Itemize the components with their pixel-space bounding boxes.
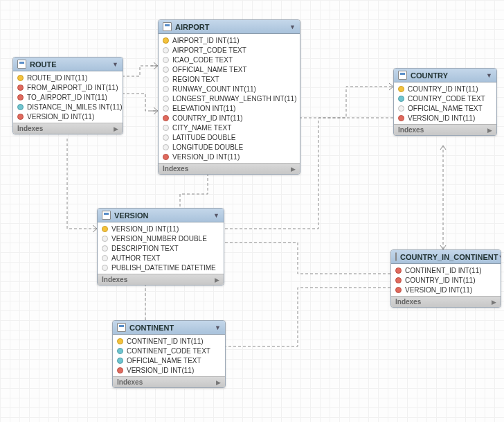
column[interactable]: PUBLISH_DATETIME DATETIME xyxy=(98,263,224,272)
column-icon xyxy=(163,67,169,73)
table-icon xyxy=(163,22,172,31)
table-country[interactable]: COUNTRY▼COUNTRY_ID INT(11)COUNTRY_CODE T… xyxy=(393,68,497,136)
column-label: RUNWAY_COUNT INT(11) xyxy=(172,85,256,93)
column[interactable]: OFFICIAL_NAME TEXT xyxy=(113,355,225,365)
column-label: COUNTRY_ID INT(11) xyxy=(408,85,478,93)
expand-icon[interactable]: ▶ xyxy=(487,127,492,134)
column-icon xyxy=(163,57,169,63)
column[interactable]: VERSION_ID INT(11) xyxy=(98,224,224,234)
table-columns: CONTINENT_ID INT(11)COUNTRY_ID INT(11)VE… xyxy=(391,264,501,296)
column[interactable]: ELEVATION INT(11) xyxy=(159,103,300,113)
column[interactable]: VERSION_ID INT(11) xyxy=(113,365,225,375)
column-icon xyxy=(395,277,402,283)
column[interactable]: VERSION_ID INT(11) xyxy=(159,152,300,161)
collapse-icon[interactable]: ▼ xyxy=(498,254,501,261)
column-label: LONGEST_RUNWAY_LENGTH INT(11) xyxy=(172,95,296,103)
column-label: PUBLISH_DATETIME DATETIME xyxy=(111,264,216,272)
collapse-icon[interactable]: ▼ xyxy=(215,324,221,331)
column[interactable]: VERSION_ID INT(11) xyxy=(394,113,496,123)
column[interactable]: AUTHOR TEXT xyxy=(98,253,224,263)
collapse-icon[interactable]: ▼ xyxy=(289,24,296,30)
column-label: FROM_AIRPORT_ID INT(11) xyxy=(27,84,118,91)
column[interactable]: RUNWAY_COUNT INT(11) xyxy=(159,84,300,94)
table-icon xyxy=(102,211,111,220)
column[interactable]: COUNTRY_ID INT(11) xyxy=(394,84,496,94)
table-route[interactable]: ROUTE▼ROUTE_ID INT(11)FROM_AIRPORT_ID IN… xyxy=(12,57,123,134)
column[interactable]: AIRPORT_CODE TEXT xyxy=(159,45,300,55)
column-label: VERSION_ID INT(11) xyxy=(127,367,194,374)
column[interactable]: TO_AIRPORT_ID INT(11) xyxy=(13,92,123,102)
table-footer-indexes[interactable]: Indexes▶ xyxy=(98,274,224,285)
column-icon xyxy=(398,115,404,121)
column[interactable]: CONTINENT_CODE TEXT xyxy=(113,346,225,355)
er-diagram-canvas[interactable]: ROUTE▼ROUTE_ID INT(11)FROM_AIRPORT_ID IN… xyxy=(0,0,504,422)
table-header[interactable]: ROUTE▼ xyxy=(13,58,123,71)
table-footer-indexes[interactable]: Indexes▶ xyxy=(113,376,225,387)
column-label: COUNTRY_ID INT(11) xyxy=(172,114,243,122)
column[interactable]: VERSION_NUMBER DOUBLE xyxy=(98,234,224,243)
column-label: VERSION_NUMBER DOUBLE xyxy=(111,235,207,243)
column-label: OFFICIAL_NAME TEXT xyxy=(127,357,201,364)
column[interactable]: LATITUDE DOUBLE xyxy=(159,132,300,142)
column[interactable]: OFFICIAL_NAME TEXT xyxy=(159,64,300,74)
column-icon xyxy=(17,94,24,100)
column[interactable]: COUNTRY_ID INT(11) xyxy=(159,113,300,123)
column[interactable]: COUNTRY_ID INT(11) xyxy=(391,275,501,285)
expand-icon[interactable]: ▶ xyxy=(216,379,221,386)
column-icon xyxy=(163,86,169,92)
table-footer-indexes[interactable]: Indexes▶ xyxy=(394,124,496,135)
table-header[interactable]: VERSION▼ xyxy=(98,209,224,222)
column-icon xyxy=(395,287,402,293)
table-header[interactable]: COUNTRY_IN_CONTINENT▼ xyxy=(391,250,501,264)
table-airport[interactable]: AIRPORT▼AIRPORT_ID INT(11)AIRPORT_CODE T… xyxy=(158,19,300,175)
column[interactable]: REGION TEXT xyxy=(159,74,300,84)
column[interactable]: LONGITUDE DOUBLE xyxy=(159,142,300,152)
column[interactable]: FROM_AIRPORT_ID INT(11) xyxy=(13,82,123,92)
column[interactable]: CONTINENT_ID INT(11) xyxy=(113,336,225,346)
key-icon xyxy=(398,86,404,92)
expand-icon[interactable]: ▶ xyxy=(291,166,296,173)
table-continent[interactable]: CONTINENT▼CONTINENT_ID INT(11)CONTINENT_… xyxy=(112,320,226,388)
table-footer-indexes[interactable]: Indexes▶ xyxy=(13,123,123,134)
column-label: COUNTRY_ID INT(11) xyxy=(405,276,476,284)
table-title: CONTINENT xyxy=(129,324,174,332)
column-icon xyxy=(163,134,169,141)
column[interactable]: VERSION_ID INT(11) xyxy=(391,285,501,294)
column-label: COUNTRY_CODE TEXT xyxy=(408,95,485,103)
column[interactable]: VERSION_ID INT(11) xyxy=(13,112,123,121)
table-footer-indexes[interactable]: Indexes▶ xyxy=(391,296,501,307)
column[interactable]: LONGEST_RUNWAY_LENGTH INT(11) xyxy=(159,94,300,103)
column[interactable]: CONTINENT_ID INT(11) xyxy=(391,265,501,275)
collapse-icon[interactable]: ▼ xyxy=(213,212,219,219)
column[interactable]: DISTANCE_IN_MILES INT(11) xyxy=(13,102,123,112)
collapse-icon[interactable]: ▼ xyxy=(112,61,118,68)
expand-icon[interactable]: ▶ xyxy=(114,125,118,132)
table-header[interactable]: COUNTRY▼ xyxy=(394,69,496,82)
column[interactable]: OFFICIAL_NAME TEXT xyxy=(394,103,496,113)
column[interactable]: ICAO_CODE TEXT xyxy=(159,55,300,64)
expand-icon[interactable]: ▶ xyxy=(492,299,496,306)
column[interactable]: ROUTE_ID INT(11) xyxy=(13,73,123,82)
column-label: AIRPORT_CODE TEXT xyxy=(172,46,246,54)
column[interactable]: CITY_NAME TEXT xyxy=(159,123,300,132)
column[interactable]: AIRPORT_ID INT(11) xyxy=(159,35,300,45)
column-icon xyxy=(102,245,108,252)
table-header[interactable]: CONTINENT▼ xyxy=(113,321,225,335)
column-label: VERSION_ID INT(11) xyxy=(27,113,94,121)
table-footer-indexes[interactable]: Indexes▶ xyxy=(159,163,300,174)
collapse-icon[interactable]: ▼ xyxy=(486,72,492,79)
table-version[interactable]: VERSION▼VERSION_ID INT(11)VERSION_NUMBER… xyxy=(97,208,224,285)
table-title: AIRPORT xyxy=(175,23,210,31)
column[interactable]: DESCRIPTION TEXT xyxy=(98,243,224,253)
table-columns: ROUTE_ID INT(11)FROM_AIRPORT_ID INT(11)T… xyxy=(13,71,123,123)
expand-icon[interactable]: ▶ xyxy=(215,276,219,283)
column-icon xyxy=(163,115,169,121)
column[interactable]: COUNTRY_CODE TEXT xyxy=(394,94,496,103)
indexes-label: Indexes xyxy=(163,165,188,173)
column-icon xyxy=(398,96,404,102)
column-label: CONTINENT_CODE TEXT xyxy=(127,347,210,355)
table-country_in_continent[interactable]: COUNTRY_IN_CONTINENT▼CONTINENT_ID INT(11… xyxy=(390,249,501,308)
column-icon xyxy=(117,348,123,354)
column-label: CONTINENT_ID INT(11) xyxy=(127,337,204,345)
table-header[interactable]: AIRPORT▼ xyxy=(159,20,300,34)
